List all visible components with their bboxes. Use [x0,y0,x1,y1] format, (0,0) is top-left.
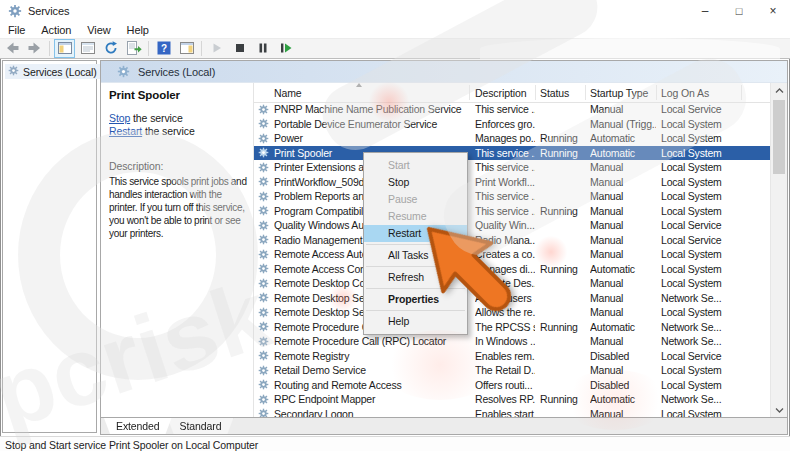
description-cell: Creates a co... [475,248,535,260]
restart-link[interactable]: Restart [109,125,142,137]
toolbar-refresh-button[interactable] [100,39,121,58]
column-header-name[interactable]: Name [274,87,302,99]
tree-item-services-local[interactable]: Services (Local) [5,64,100,79]
context-menu-item-refresh[interactable]: Refresh [364,269,467,286]
service-name-cell: Power [274,132,470,144]
toolbar: ? [0,39,790,59]
table-row[interactable]: Routing and Remote AccessOffers routi...… [254,378,770,393]
description-cell: Remote Des... [475,277,535,289]
toolbar-open-properties-button[interactable] [77,39,98,58]
tab-standard[interactable]: Standard [168,418,234,434]
maximize-button[interactable]: □ [722,0,756,22]
service-gear-icon [258,191,269,202]
table-row[interactable]: Problem Reports and Solutions ControlThi… [254,189,770,204]
menu-action[interactable]: Action [33,24,79,36]
table-row[interactable]: Program Compatibility Assistant ServiceT… [254,204,770,219]
toolbar-show-action-pane-button[interactable] [176,39,197,58]
description-cell: Allows the re... [475,306,535,318]
table-row[interactable]: Retail Demo ServiceThe Retail D...Manual… [254,363,770,378]
toolbar-restart-service-button[interactable] [275,39,296,58]
service-gear-icon [258,408,269,417]
toolbar-start-service-button[interactable] [206,39,227,58]
minimize-button[interactable]: – [688,0,722,22]
column-header-description[interactable]: Description [475,87,526,99]
log-on-as-cell: Local Service [661,234,753,246]
menu-file[interactable]: File [0,24,33,36]
log-on-as-cell: Local System [661,277,753,289]
toolbar-forward-button[interactable] [24,39,45,58]
service-gear-icon [258,147,269,158]
column-header-status[interactable]: Status [540,87,569,99]
table-row[interactable]: Remote Access Connection ManagerManages … [254,262,770,277]
table-row[interactable]: PowerManages po...RunningAutomaticLocal … [254,131,770,146]
context-menu-item-stop[interactable]: Stop [364,174,467,191]
description-text: This service spools print jobs and handl… [109,175,251,240]
log-on-as-cell: Local System [661,118,753,130]
startup-type-cell: Automatic [590,393,656,405]
context-menu-item-properties[interactable]: Properties [364,291,467,308]
table-row[interactable]: PNRP Machine Name Publication ServiceThi… [254,102,770,117]
tab-extended[interactable]: Extended [104,418,172,434]
table-row[interactable]: Print SpoolerThis service ...RunningAuto… [254,146,770,161]
description-cell: This service ... [475,190,535,202]
toolbar-stop-service-button[interactable] [229,39,250,58]
service-gear-icon [258,394,269,405]
context-menu-item-restart[interactable]: Restart [364,225,467,242]
toolbar-back-button[interactable] [1,39,22,58]
table-row[interactable]: Secondary LogonEnables start...ManualLoc… [254,407,770,418]
scroll-down-icon[interactable] [771,402,787,417]
table-row[interactable]: Remote Desktop ServicesAllows users ...M… [254,291,770,306]
scrollbar-thumb[interactable] [773,100,785,174]
startup-type-cell: Manual (Trigg... [590,118,656,130]
scroll-up-icon[interactable] [771,83,787,98]
toolbar-show-console-tree-button[interactable] [54,39,75,58]
table-row[interactable]: Remote Procedure Call (RPC)The RPCSS s..… [254,320,770,335]
menu-bar: FileActionViewHelp [0,22,790,39]
table-row[interactable]: PrintWorkflow_509d1Print Workfl...Manual… [254,175,770,190]
service-gear-icon [258,162,269,173]
description-cell: Print Workfl... [475,176,535,188]
table-row[interactable]: Remote Desktop Services UserMode PortAll… [254,305,770,320]
context-menu-item-all-tasks[interactable]: All Tasks [364,247,467,264]
startup-type-cell: Manual [590,306,656,318]
toolbar-pause-service-button[interactable] [252,39,273,58]
log-on-as-cell: Local System [661,132,753,144]
table-row[interactable]: Printer Extensions and NotificationsThis… [254,160,770,175]
service-gear-icon [258,263,269,274]
stop-link[interactable]: Stop [109,112,130,124]
table-row[interactable]: Remote Access Auto Connection ManagerCre… [254,247,770,262]
table-row[interactable]: Portable Device Enumerator ServiceEnforc… [254,117,770,132]
service-gear-icon [258,133,269,144]
log-on-as-cell: Network Se... [661,321,753,333]
table-row[interactable]: Remote Desktop ConfigurationRemote Des..… [254,276,770,291]
toolbar-export-list-button[interactable] [123,39,144,58]
service-name-cell: RPC Endpoint Mapper [274,393,470,405]
action-rest-text: the service [130,112,183,124]
table-row[interactable]: Remote RegistryEnables rem...DisabledLoc… [254,349,770,364]
context-menu-item-start[interactable]: Start [364,157,467,174]
column-header-log-on-as[interactable]: Log On As [661,87,709,99]
log-on-as-cell: Local System [661,147,753,159]
table-row[interactable]: Quality Windows Audio Video ExperienceQu… [254,218,770,233]
table-row[interactable]: RPC Endpoint MapperResolves RP...Running… [254,392,770,407]
menu-help[interactable]: Help [119,24,157,36]
vertical-scrollbar[interactable] [770,83,787,417]
context-menu-item-resume[interactable]: Resume [364,208,467,225]
close-button[interactable]: × [756,0,790,22]
table-row[interactable]: Radio Management ServiceRadio Mana...Man… [254,233,770,248]
menu-view[interactable]: View [79,24,118,36]
service-name-cell: Portable Device Enumerator Service [274,118,470,130]
column-separator [469,85,470,100]
table-row[interactable]: Remote Procedure Call (RPC) LocatorIn Wi… [254,334,770,349]
service-action-line: Restart the service [109,125,248,138]
startup-type-cell: Disabled [590,379,656,391]
context-menu-item-pause[interactable]: Pause [364,191,467,208]
status-cell: Running [540,263,585,275]
export-list-icon [126,40,142,58]
context-menu-item-help[interactable]: Help [364,313,467,330]
services-icon [117,65,130,78]
status-cell: Running [540,393,585,405]
toolbar-help-button[interactable]: ? [153,39,174,58]
column-header-startup-type[interactable]: Startup Type [590,87,648,99]
log-on-as-cell: Local System [661,176,753,188]
